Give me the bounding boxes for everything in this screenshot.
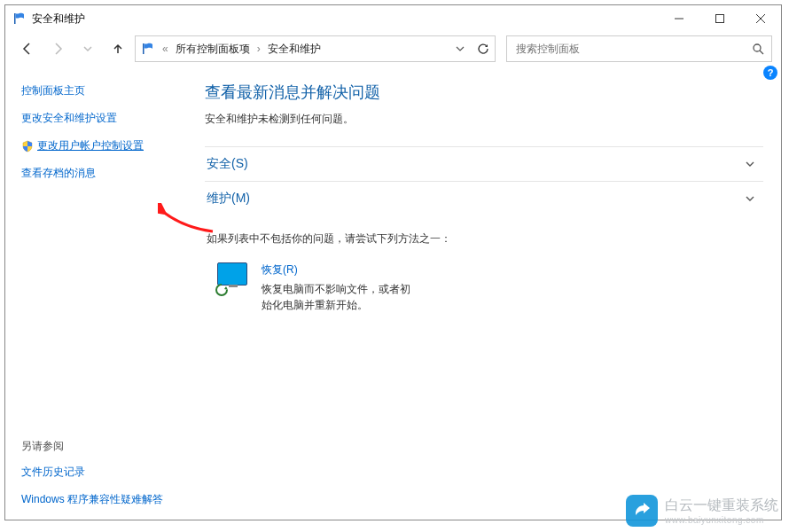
main-content: ? 查看最新消息并解决问题 安全和维护未检测到任何问题。 安全(S) 维护(M)… (187, 66, 781, 520)
forward-button[interactable] (44, 35, 71, 62)
sidebar-link-compat-troubleshoot[interactable]: Windows 程序兼容性疑难解答 (21, 492, 176, 507)
refresh-button[interactable] (477, 43, 489, 55)
up-button[interactable] (105, 35, 131, 62)
sidebar-link-view-archived-messages[interactable]: 查看存档的消息 (21, 166, 176, 181)
svg-rect-0 (14, 13, 16, 24)
shield-icon (21, 140, 34, 153)
recovery-icon (214, 262, 249, 298)
page-subtext: 安全和维护未检测到任何问题。 (205, 112, 763, 127)
maintenance-expander[interactable]: 维护(M) (205, 181, 763, 215)
search-icon[interactable] (752, 43, 764, 55)
sidebar: 控制面板主页 更改安全和维护设置 更改用户帐户控制设置 查看存档的消息 另请参阅… (5, 66, 187, 520)
navbar: « 所有控制面板项 › 安全和维护 (5, 32, 781, 66)
recovery-description: 恢复电脑而不影响文件，或者初始化电脑并重新开始。 (262, 281, 412, 313)
svg-rect-5 (143, 43, 145, 54)
chevron-right-icon: › (257, 43, 261, 55)
watermark-url: www.baiyunxitong.com (665, 515, 778, 525)
address-bar[interactable]: « 所有控制面板项 › 安全和维护 (135, 35, 496, 62)
security-expander-label: 安全(S) (207, 156, 744, 172)
sidebar-link-change-security-settings[interactable]: 更改安全和维护设置 (21, 111, 176, 126)
svg-line-7 (760, 51, 763, 54)
search-input[interactable] (514, 42, 752, 56)
recovery-item: 恢复(R) 恢复电脑而不影响文件，或者初始化电脑并重新开始。 (214, 262, 763, 313)
page-heading: 查看最新消息并解决问题 (205, 82, 763, 103)
hint-text: 如果列表中不包括你的问题，请尝试下列方法之一： (207, 231, 763, 246)
minimize-button[interactable] (659, 5, 699, 32)
sidebar-link-control-panel-home[interactable]: 控制面板主页 (21, 83, 176, 98)
back-button[interactable] (14, 35, 41, 62)
chevron-down-icon (744, 158, 756, 170)
close-button[interactable] (740, 5, 781, 32)
svg-rect-2 (716, 15, 724, 23)
address-dropdown-button[interactable] (456, 44, 465, 53)
watermark: 白云一键重装系统 www.baiyunxitong.com (626, 495, 778, 527)
breadcrumb-prefix-icon: « (162, 43, 168, 55)
titlebar: 安全和维护 (5, 5, 781, 32)
maximize-button[interactable] (699, 5, 740, 32)
chevron-down-icon (744, 192, 756, 205)
see-also-header: 另请参阅 (21, 439, 176, 454)
maintenance-expander-label: 维护(M) (207, 191, 744, 207)
svg-point-6 (754, 44, 761, 51)
sidebar-link-change-uac-settings[interactable]: 更改用户帐户控制设置 (37, 138, 144, 153)
breadcrumb-root[interactable]: 所有控制面板项 (176, 42, 250, 57)
security-expander[interactable]: 安全(S) (205, 146, 763, 181)
watermark-title: 白云一键重装系统 (665, 497, 778, 515)
address-flag-icon (141, 42, 155, 56)
breadcrumb-current[interactable]: 安全和维护 (268, 42, 321, 57)
window-title: 安全和维护 (32, 12, 659, 27)
help-icon[interactable]: ? (763, 66, 777, 80)
watermark-icon (626, 495, 658, 527)
app-flag-icon (12, 12, 27, 26)
sidebar-link-file-history[interactable]: 文件历史记录 (21, 465, 176, 480)
search-box[interactable] (506, 35, 772, 62)
recovery-link[interactable]: 恢复(R) (262, 263, 298, 276)
recent-locations-button[interactable] (74, 35, 101, 62)
